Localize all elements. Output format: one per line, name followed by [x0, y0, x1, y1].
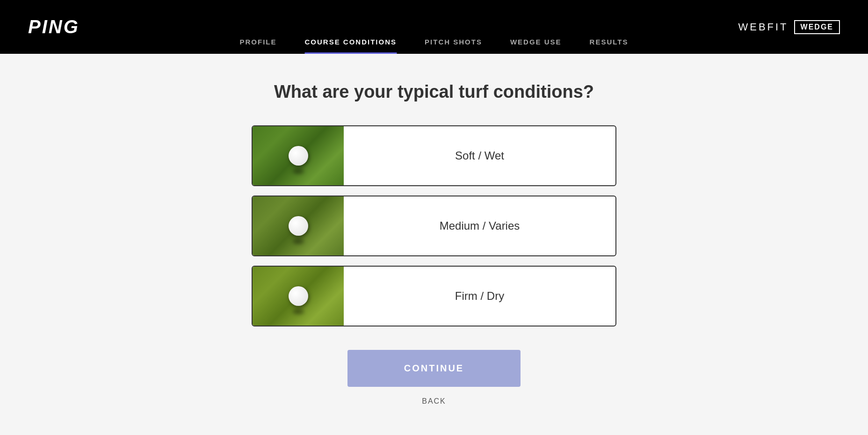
option-soft-wet[interactable]: Soft / Wet — [252, 125, 616, 186]
option-label-soft-wet: Soft / Wet — [344, 149, 615, 162]
option-image-firm — [253, 267, 344, 326]
continue-button[interactable]: CONTINUE — [347, 350, 521, 387]
main-nav: PROFILE COURSE CONDITIONS PITCH SHOTS WE… — [240, 38, 629, 54]
nav-item-results[interactable]: RESULTS — [590, 38, 629, 54]
options-container: Soft / Wet Medium / Varies Firm / Dry — [252, 125, 616, 326]
option-medium-varies[interactable]: Medium / Varies — [252, 196, 616, 256]
option-image-medium — [253, 196, 344, 255]
option-image-soft — [253, 126, 344, 185]
option-firm-dry[interactable]: Firm / Dry — [252, 266, 616, 326]
golf-ball-firm — [289, 286, 308, 306]
option-label-firm-dry: Firm / Dry — [344, 290, 615, 303]
nav-item-pitch-shots[interactable]: PITCH SHOTS — [425, 38, 482, 54]
wedge-badge: WEDGE — [794, 20, 840, 34]
nav-item-profile[interactable]: PROFILE — [240, 38, 277, 54]
nav-item-wedge-use[interactable]: WEDGE USE — [510, 38, 562, 54]
nav-item-course-conditions[interactable]: COURSE CONDITIONS — [305, 38, 397, 54]
header: PING PROFILE COURSE CONDITIONS PITCH SHO… — [0, 0, 868, 54]
golf-ball-medium — [289, 216, 308, 236]
golf-ball-soft — [289, 146, 308, 166]
brand-container: WEBFIT WEDGE — [738, 20, 840, 34]
option-label-medium-varies: Medium / Varies — [344, 219, 615, 232]
back-link[interactable]: BACK — [422, 397, 446, 406]
webfit-label: WEBFIT — [738, 21, 788, 33]
main-content: What are your typical turf conditions? S… — [0, 54, 868, 424]
question-title: What are your typical turf conditions? — [274, 82, 594, 102]
logo: PING — [28, 16, 80, 37]
